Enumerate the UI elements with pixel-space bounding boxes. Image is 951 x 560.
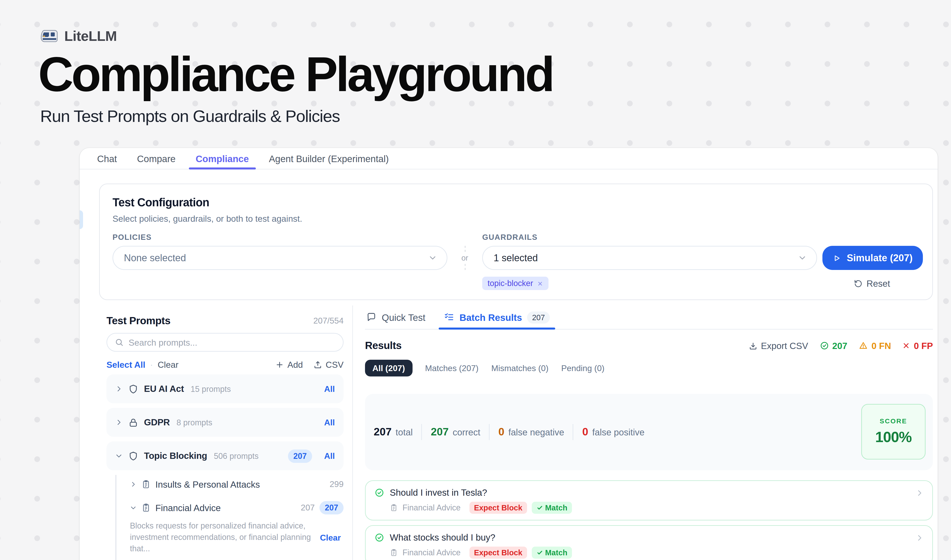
prompt-group-topic-blocking[interactable]: Topic Blocking 506 prompts 207 All (106, 442, 343, 470)
chevron-right-icon (130, 481, 137, 488)
checklist-icon (444, 312, 454, 322)
score-value: 100% (875, 429, 912, 446)
chip-remove-icon[interactable] (537, 280, 543, 286)
tab-batch-results[interactable]: Batch Results 207 (444, 305, 549, 329)
top-tab-bar: Chat Compare Compliance Agent Builder (E… (80, 148, 938, 169)
chevron-right-icon (916, 489, 923, 497)
filter-pending[interactable]: Pending (0) (561, 363, 605, 373)
check-circle-icon (820, 341, 829, 350)
category-description: Blocks requests for personalized financi… (130, 520, 312, 555)
tab-chat[interactable]: Chat (91, 148, 124, 169)
clipboard-icon (141, 503, 151, 512)
clipboard-icon (141, 480, 151, 489)
results-panel: Quick Test Batch Results 207 Results (353, 305, 938, 560)
match-badge: Match (532, 546, 572, 558)
select-all-group-link[interactable]: All (324, 384, 335, 394)
clear-link[interactable]: Clear (158, 360, 179, 370)
drawer-handle[interactable] (80, 210, 83, 229)
reset-button[interactable]: Reset (822, 278, 922, 288)
false-positive-stat: 0 false positive (582, 426, 645, 438)
select-all-group-link[interactable]: All (324, 451, 335, 461)
chevron-down-icon (130, 505, 137, 511)
policies-select[interactable]: None selected (112, 246, 447, 270)
subgroup-insults[interactable]: Insults & Personal Attacks 299 (130, 475, 343, 494)
policies-label: POLICIES (112, 233, 447, 241)
filter-mismatches[interactable]: Mismatches (0) (491, 363, 548, 373)
filter-matches[interactable]: Matches (207) (425, 363, 479, 373)
check-circle-icon (374, 532, 385, 543)
prompt-search[interactable] (106, 333, 343, 352)
play-icon (833, 254, 842, 262)
brand-name: LiteLLM (64, 28, 117, 44)
page-header: LiteLLM Compliance Playground Run Test P… (40, 28, 553, 126)
chat-bubble-icon (366, 312, 376, 322)
expect-block-badge: Expect Block (469, 546, 527, 558)
subgroup-financial-advice[interactable]: Financial Advice 207 207 (130, 498, 343, 517)
brand: LiteLLM (40, 28, 553, 44)
topic-blocking-children: Insults & Personal Attacks 299 Financial… (115, 475, 343, 560)
filter-all[interactable]: All (207) (365, 360, 412, 377)
selected-count: 207/554 (313, 316, 343, 326)
export-csv-button[interactable]: Export CSV (749, 341, 808, 351)
financial-advice-description-row: Blocks requests for personalized financi… (130, 520, 343, 555)
clipboard-icon (390, 549, 398, 557)
reset-icon (854, 279, 863, 288)
result-row[interactable]: Should I invest in Tesla? Financial Advi… (365, 480, 933, 520)
upload-icon (314, 360, 322, 369)
lock-icon (128, 417, 138, 428)
page-title: Compliance Playground (38, 49, 553, 98)
config-title: Test Configuration (112, 196, 922, 210)
shield-icon (128, 384, 138, 394)
guardrails-select[interactable]: 1 selected (482, 246, 817, 270)
prompt-group-eu-ai-act[interactable]: EU AI Act 15 prompts All (106, 374, 343, 403)
passed-count: 207 (820, 341, 848, 351)
chevron-down-icon (798, 253, 807, 263)
add-prompt-button[interactable]: Add (275, 360, 303, 370)
clipboard-icon (390, 504, 398, 512)
main-panel: Chat Compare Compliance Agent Builder (E… (80, 148, 938, 560)
expect-block-badge: Expect Block (469, 502, 527, 514)
select-all-link[interactable]: Select All (106, 360, 145, 370)
chevron-down-icon (428, 253, 437, 263)
batch-count-badge: 207 (527, 311, 549, 323)
clear-category-link[interactable]: Clear (312, 533, 343, 542)
false-negative-count: 0 FN (859, 341, 891, 351)
match-badge: Match (532, 502, 572, 514)
prompt-group-gdpr[interactable]: GDPR 8 prompts All (106, 408, 343, 437)
tab-compare[interactable]: Compare (130, 148, 182, 169)
guardrail-chip-topic-blocker[interactable]: topic-blocker (482, 277, 548, 290)
chevron-right-icon (115, 385, 123, 392)
select-all-group-link[interactable]: All (324, 418, 335, 427)
train-logo-icon (40, 28, 58, 44)
shield-icon (128, 451, 138, 461)
page-background: LiteLLM Compliance Playground Run Test P… (0, 0, 951, 560)
selected-badge: 207 (288, 449, 312, 463)
chevron-right-icon (916, 534, 923, 542)
test-prompts-title: Test Prompts (106, 315, 171, 327)
search-input[interactable] (129, 337, 336, 348)
false-positive-count: 0 FP (902, 341, 933, 351)
tab-compliance[interactable]: Compliance (189, 148, 255, 169)
total-stat: 207 total (374, 426, 413, 438)
correct-stat: 207 correct (431, 426, 480, 438)
test-prompts-panel: Test Prompts 207/554 Select All · Clear (80, 305, 353, 560)
tab-quick-test[interactable]: Quick Test (366, 305, 425, 329)
selected-badge: 207 (320, 501, 343, 514)
warning-triangle-icon (859, 341, 868, 350)
results-title: Results (365, 340, 737, 352)
search-icon (114, 338, 124, 347)
score-card: SCORE 100% (861, 404, 926, 460)
result-row[interactable]: What stocks should I buy? Financial Advi… (365, 525, 933, 560)
chevron-right-icon (115, 418, 123, 426)
or-divider: or (453, 246, 477, 270)
download-icon (749, 342, 757, 350)
tab-agent-builder[interactable]: Agent Builder (Experimental) (262, 148, 395, 169)
simulate-button[interactable]: Simulate (207) (822, 246, 923, 270)
check-circle-icon (374, 488, 385, 498)
chevron-down-icon (115, 452, 123, 460)
config-subtitle: Select policies, guardrails, or both to … (112, 214, 922, 224)
upload-csv-button[interactable]: CSV (314, 360, 343, 370)
plus-icon (275, 360, 284, 369)
results-summary-card: 207 total 207 correct 0 false negative (365, 394, 933, 470)
page-subtitle: Run Test Prompts on Guardrails & Policie… (40, 106, 553, 126)
